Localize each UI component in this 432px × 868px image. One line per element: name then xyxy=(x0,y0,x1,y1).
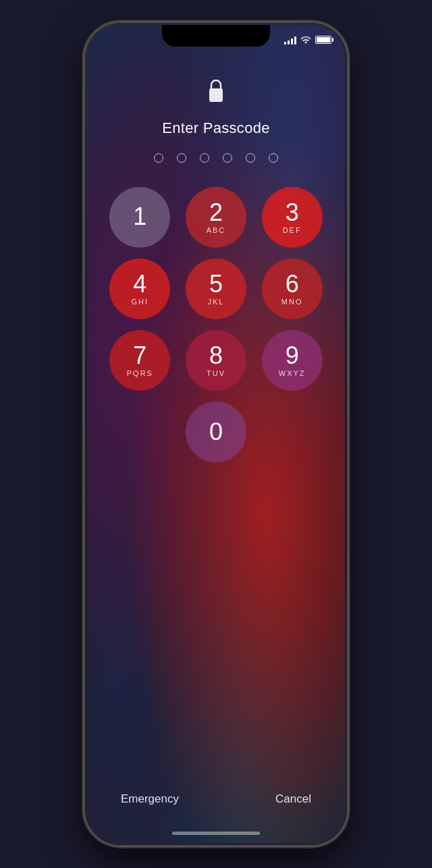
key-5-button[interactable]: 5 JKL xyxy=(186,259,246,319)
lock-icon xyxy=(206,79,226,109)
key-3-number: 3 xyxy=(286,200,299,225)
bottom-actions: Emergency Cancel xyxy=(87,792,345,806)
key-1-button[interactable]: 1 xyxy=(109,187,170,248)
key-0-number: 0 xyxy=(209,420,223,444)
key-2-letters: ABC xyxy=(207,226,226,234)
keypad: 1 2 ABC 3 DEF 4 GHI 5 JKL 6 MNO xyxy=(87,187,345,462)
key-0-button[interactable]: 0 xyxy=(186,402,246,462)
key-1-number: 1 xyxy=(133,205,146,229)
key-4-number: 4 xyxy=(133,272,146,296)
key-9-letters: WXYZ xyxy=(279,369,306,377)
key-7-button[interactable]: 7 PQRS xyxy=(109,330,170,391)
dot-4 xyxy=(223,153,232,163)
key-4-letters: GHI xyxy=(132,298,149,306)
signal-bar-4 xyxy=(294,36,296,45)
dot-3 xyxy=(200,153,209,163)
key-9-number: 9 xyxy=(286,344,299,368)
dot-1 xyxy=(154,153,163,163)
signal-bar-1 xyxy=(284,42,286,45)
wifi-icon xyxy=(300,34,311,45)
notch xyxy=(162,25,270,47)
key-6-button[interactable]: 6 MNO xyxy=(262,259,323,319)
key-7-letters: PQRS xyxy=(127,369,153,377)
key-8-number: 8 xyxy=(209,344,223,368)
key-8-letters: TUV xyxy=(207,369,225,377)
home-indicator xyxy=(172,832,260,835)
key-7-number: 7 xyxy=(133,344,146,368)
lock-container xyxy=(206,79,226,109)
key-empty-left xyxy=(107,402,173,462)
key-empty-right xyxy=(259,402,325,462)
key-5-letters: JKL xyxy=(208,298,225,306)
dot-6 xyxy=(269,153,278,163)
key-2-button[interactable]: 2 ABC xyxy=(186,187,246,248)
battery-icon xyxy=(315,36,331,44)
dot-5 xyxy=(246,153,255,163)
screen: Enter Passcode 1 2 ABC 3 DEF xyxy=(87,25,345,843)
key-5-number: 5 xyxy=(209,272,223,296)
status-icons xyxy=(284,34,331,45)
battery-fill xyxy=(317,37,330,43)
key-6-number: 6 xyxy=(286,272,299,296)
key-8-button[interactable]: 8 TUV xyxy=(186,330,246,391)
passcode-title: Enter Passcode xyxy=(87,119,345,137)
key-3-letters: DEF xyxy=(283,226,302,234)
signal-bar-3 xyxy=(291,38,293,45)
phone-frame: Enter Passcode 1 2 ABC 3 DEF xyxy=(84,22,348,846)
key-3-button[interactable]: 3 DEF xyxy=(262,187,323,248)
key-6-letters: MNO xyxy=(281,298,303,306)
signal-bar-2 xyxy=(288,40,290,45)
key-9-button[interactable]: 9 WXYZ xyxy=(262,330,323,391)
passcode-dots xyxy=(87,153,345,163)
svg-rect-0 xyxy=(209,88,223,102)
dot-2 xyxy=(177,153,186,163)
key-4-button[interactable]: 4 GHI xyxy=(109,259,170,319)
key-2-number: 2 xyxy=(209,200,223,225)
emergency-button[interactable]: Emergency xyxy=(121,792,179,806)
cancel-button[interactable]: Cancel xyxy=(275,792,311,806)
signal-icon xyxy=(284,35,296,45)
